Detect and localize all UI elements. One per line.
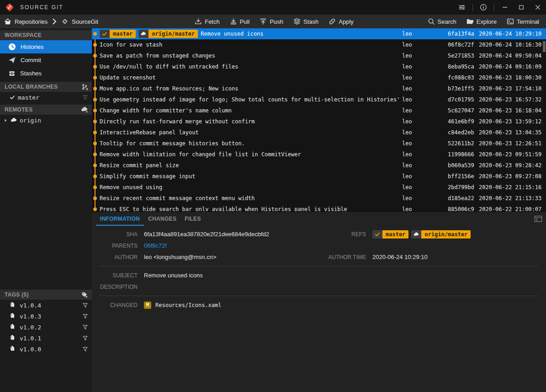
history-scrollbar[interactable]	[542, 28, 546, 211]
filter-icon[interactable]	[82, 95, 88, 101]
commit-row[interactable]: Press ESC to hide search bar only availa…	[92, 204, 546, 211]
commit-sha: 885006c9	[448, 206, 479, 211]
sourcegit-window: SOURCE GIT Repositories SourceGit Fetch …	[0, 0, 546, 392]
commit-graph-dot	[93, 196, 97, 200]
apply-label: Apply	[339, 18, 354, 25]
filter-icon[interactable]	[82, 335, 88, 341]
branch-row-master[interactable]: master	[0, 92, 92, 103]
filter-icon[interactable]	[82, 313, 88, 319]
commit-row[interactable]: Use geometry instead of image for logo; …	[92, 94, 546, 105]
filter-icon[interactable]	[82, 302, 88, 308]
tag-row-v1.0.3[interactable]: v1.0.3	[0, 311, 92, 322]
commit-graph-dot	[93, 153, 97, 156]
commit-graph-dot	[93, 109, 97, 112]
commit-graph-dot	[93, 164, 97, 167]
tab-files[interactable]: FILES	[180, 212, 205, 226]
apply-button[interactable]: Apply	[323, 15, 359, 28]
minimize-button[interactable]	[497, 0, 513, 15]
terminal-label: Terminal	[517, 18, 539, 25]
changed-file-path[interactable]: Resources/Icons.xaml	[155, 302, 222, 308]
tag-row-v1.0.1[interactable]: v1.0.1	[0, 333, 92, 344]
titlebar: SOURCE GIT	[0, 0, 546, 15]
commit-history-list: masterorigin/masterRemove unused iconsle…	[92, 28, 546, 211]
commit-row[interactable]: Directly run fast-forward merge without …	[92, 116, 546, 127]
parent-sha-link[interactable]: 06f8c72f	[144, 242, 167, 249]
branch-add-icon[interactable]	[81, 84, 88, 90]
maximize-button[interactable]	[513, 0, 530, 15]
breadcrumb-repositories[interactable]: Repositories	[15, 18, 48, 25]
commit-sha: 5e271853	[448, 53, 479, 59]
commit-row[interactable]: Simplify commit message inputleobff2156e…	[92, 171, 546, 182]
sidebar-item-histories[interactable]: Histories	[0, 40, 92, 53]
tag-name: v1.0.2	[20, 324, 41, 331]
commit-row[interactable]: Icon for save stashleo06f8c72f2020-06-24…	[92, 39, 546, 50]
commit-row[interactable]: Remove unused usingleo2bd799bd2020-06-22…	[92, 182, 546, 193]
push-button[interactable]: Push	[254, 15, 288, 28]
commit-author: leo	[402, 184, 448, 191]
chevron-right-icon	[51, 18, 58, 25]
ref-name: origin/master	[421, 230, 471, 238]
tag-row-v1.0.2[interactable]: v1.0.2	[0, 322, 92, 333]
tag-add-icon[interactable]	[81, 291, 88, 298]
fetch-icon	[195, 18, 202, 25]
breadcrumb-repo-name[interactable]: SourceGit	[72, 18, 98, 25]
about-button[interactable]	[475, 0, 492, 15]
tab-information[interactable]: INFORMATION	[96, 212, 144, 226]
commit-subject: Simplify commit message input	[100, 173, 402, 180]
commit-row[interactable]: Resize commit panel sizeleob060a5392020-…	[92, 160, 546, 171]
commit-row[interactable]: Remove width limitation for changed file…	[92, 149, 546, 160]
sidebar-item-stashes[interactable]: Stashes	[0, 67, 92, 80]
fetch-button[interactable]: Fetch	[190, 15, 225, 28]
commit-row[interactable]: Resize recent commit message context men…	[92, 193, 546, 204]
tab-changes[interactable]: CHANGES	[144, 212, 180, 226]
tag-name: v1.0.3	[20, 313, 41, 320]
search-label: Search	[438, 18, 456, 25]
preferences-button[interactable]	[454, 0, 470, 15]
commit-time: 2020-06-22 21:13:33	[479, 195, 541, 201]
tag-icon	[9, 324, 16, 330]
explore-button[interactable]: Explore	[461, 15, 502, 28]
search-button[interactable]: Search	[423, 15, 461, 28]
commit-time: 2020-06-23 18:00:30	[479, 74, 541, 81]
changed-row: CHANGED MResources/Icons.xaml	[92, 299, 546, 311]
commit-time: 2020-06-22 21:00:07	[479, 206, 541, 211]
close-button[interactable]	[530, 0, 546, 15]
commit-graph-dot	[93, 98, 97, 101]
commit-subject: Icon for save stash	[100, 42, 402, 48]
remote-row-origin[interactable]: origin	[0, 115, 92, 126]
commit-row[interactable]: masterorigin/masterRemove unused iconsle…	[92, 28, 546, 39]
sidebar-item-commit[interactable]: Commit	[0, 53, 92, 67]
commit-label: Commit	[21, 57, 41, 64]
commit-row[interactable]: Use /dev/null to diff with untracked fil…	[92, 61, 546, 72]
description-label: DESCRIPTION	[92, 284, 138, 290]
commit-time: 2020-06-23 09:28:42	[479, 162, 541, 169]
filter-icon[interactable]	[82, 324, 88, 330]
commit-graph-dot	[93, 65, 97, 69]
scrollbar-thumb[interactable]	[543, 41, 546, 52]
caret-right-icon[interactable]	[4, 118, 8, 122]
sha-value: 6fa13f4aa891ea387820e2f21dee684e9decbfd2	[144, 231, 305, 238]
pull-button[interactable]: Pull	[225, 15, 255, 28]
filter-icon[interactable]	[82, 346, 88, 352]
tag-row-v1.0.0[interactable]: v1.0.0	[0, 344, 92, 355]
cloud-add-icon[interactable]	[81, 106, 88, 113]
terminal-button[interactable]: Terminal	[502, 15, 544, 28]
layout-icon[interactable]	[534, 215, 542, 222]
commit-row[interactable]: Save as patch from unstaged changesleo5e…	[92, 50, 546, 61]
tag-row-v1.0.4[interactable]: v1.0.4	[0, 300, 92, 311]
titlebar-separator	[494, 4, 494, 11]
commit-row[interactable]: Update screenshotleofc088c032020-06-23 1…	[92, 72, 546, 83]
commit-row[interactable]: Move app.ico out from Resources; New ico…	[92, 83, 546, 94]
commit-row[interactable]: Tooltip for commit message histories but…	[92, 138, 546, 149]
information-fields: SHA 6fa13f4aa891ea387820e2f21dee684e9dec…	[92, 226, 546, 311]
search-icon	[428, 18, 435, 25]
commit-subject: Update screenshot	[100, 74, 402, 81]
commit-time: 2020-06-23 17:54:10	[479, 85, 541, 92]
remote-name: origin	[20, 117, 41, 124]
stash-button[interactable]: Stash	[288, 15, 323, 28]
commit-row[interactable]: Change width for committer's name column…	[92, 105, 546, 116]
commit-time: 2020-06-23 16:57:32	[479, 96, 541, 103]
commit-row[interactable]: InteractiveRebase panel layoutleoc84ed2e…	[92, 127, 546, 138]
subject-label: SUBJECT	[92, 272, 138, 279]
commit-author: leo	[402, 173, 448, 180]
